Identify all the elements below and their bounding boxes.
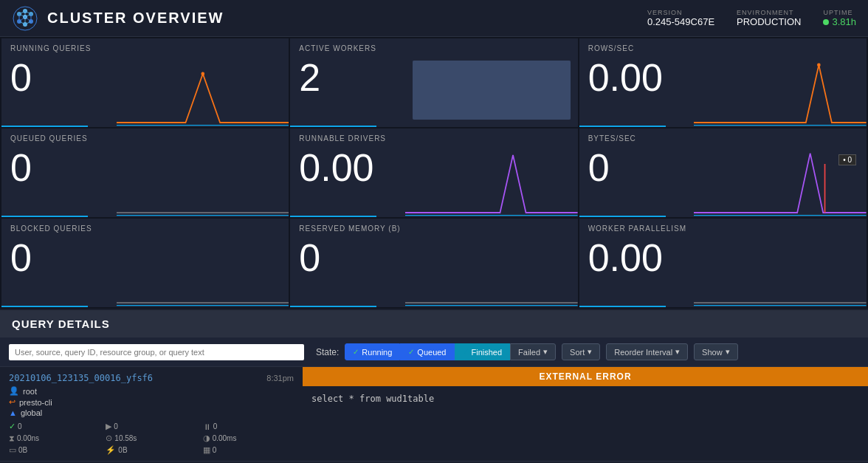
query-id[interactable]: 20210106_123135_00016_yfsf6 xyxy=(9,373,153,383)
output-icon: ⚡ xyxy=(106,445,116,455)
query-stats: ✓ 0 ▶ 0 ⏸ 0 ⧗ 0.00ns xyxy=(9,422,294,455)
scheduled-icon: ◑ xyxy=(203,433,210,443)
stat-cpu: ⧗ 0.00ns xyxy=(9,433,100,443)
header-meta: VERSION 0.245-549C67E ENVIRONMENT PRODUC… xyxy=(647,9,856,27)
query-user-row: 👤 root xyxy=(9,386,294,396)
environment-value: PRODUCTION xyxy=(737,16,801,27)
metric-blocked-queries-label: BLOCKED QUERIES xyxy=(10,224,280,233)
state-finished-btn[interactable]: ✓ Finished xyxy=(455,343,511,360)
metrics-grid: RUNNING QUERIES 0 ACTIVE WORKERS 2 ROWS/… xyxy=(0,37,868,309)
stat-output-val: 0B xyxy=(118,446,127,454)
version-value: 0.245-549C67E xyxy=(647,16,714,27)
metric-reserved-memory-label: RESERVED MEMORY (B) xyxy=(299,224,568,233)
state-queued-btn[interactable]: ✓ Queued xyxy=(400,343,454,360)
metric-rows-sec-chart xyxy=(694,56,867,127)
metric-running-queries-chart xyxy=(117,56,289,127)
svg-point-23 xyxy=(817,64,821,67)
version-info: VERSION 0.245-549C67E xyxy=(647,9,714,27)
resource-icon: ▲ xyxy=(9,408,17,417)
running-stat-icon: ▶ xyxy=(106,422,111,431)
metric-queued-queries: QUEUED QUERIES 0 xyxy=(1,128,289,217)
metric-active-workers: ACTIVE WORKERS 2 xyxy=(290,38,577,127)
stat-splits: ▦ 0 xyxy=(203,445,294,455)
metric-bytes-sec-label: BYTES/SEC xyxy=(588,134,858,143)
metric-running-queries: RUNNING QUERIES 0 xyxy=(1,38,289,127)
running-check: ✓ xyxy=(353,348,359,356)
show-dropdown[interactable]: Show ▾ xyxy=(694,343,738,360)
stat-elapsed: ⊙ 10.58s xyxy=(106,433,196,443)
stat-output: ⚡ 0B xyxy=(106,445,196,455)
sort-label: Sort xyxy=(570,348,585,357)
cpu-icon: ⧗ xyxy=(9,433,15,443)
metric-reserved-memory: RESERVED MEMORY (B) 0 xyxy=(290,219,577,307)
environment-label: ENVIRONMENT xyxy=(737,9,801,16)
stat-completed: ✓ 0 xyxy=(9,422,100,431)
environment-info: ENVIRONMENT PRODUCTION xyxy=(737,9,801,27)
metric-running-queries-label: RUNNING QUERIES xyxy=(10,44,280,52)
query-sql: select * from wud1table xyxy=(303,386,868,461)
query-source-row: ↩ presto-cli xyxy=(9,397,294,407)
stat-completed-val: 0 xyxy=(18,422,22,431)
running-label: Running xyxy=(362,348,392,357)
query-resource-row: ▲ global xyxy=(9,408,294,417)
metric-rows-sec: ROWS/SEC 0.00 xyxy=(579,38,867,127)
query-left-panel: 20210106_123135_00016_yfsf6 8:31pm 👤 roo… xyxy=(0,367,303,461)
reorder-arrow: ▾ xyxy=(675,347,680,357)
query-source: presto-cli xyxy=(19,398,52,407)
metric-blocked-queries: BLOCKED QUERIES 0 xyxy=(1,219,289,307)
metric-queued-queries-chart xyxy=(117,146,289,217)
stat-splits-val: 0 xyxy=(213,446,217,454)
stat-running: ▶ 0 xyxy=(106,422,196,431)
query-toolbar: State: ✓ Running ✓ Queued ✓ Finished Fai… xyxy=(0,337,868,367)
queued-check: ✓ xyxy=(408,348,414,356)
query-time: 8:31pm xyxy=(266,374,294,383)
stat-running-val: 0 xyxy=(114,422,118,431)
query-user: root xyxy=(23,387,37,396)
failed-dropdown-arrow: ▾ xyxy=(543,347,548,357)
sort-dropdown[interactable]: Sort ▾ xyxy=(562,343,600,360)
svg-point-21 xyxy=(201,72,204,76)
queued-label: Queued xyxy=(417,348,446,357)
finished-check: ✓ xyxy=(463,348,469,356)
metric-worker-parallelism: WORKER PARALLELISM 0.00 xyxy=(579,219,867,307)
show-arrow: ▾ xyxy=(726,347,730,357)
search-input[interactable] xyxy=(9,344,304,360)
metric-worker-parallelism-label: WORKER PARALLELISM xyxy=(588,224,858,233)
blocked-stat-icon: ⏸ xyxy=(203,422,211,431)
metric-bytes-sec: BYTES/SEC 0 • 0 xyxy=(579,128,867,217)
sort-arrow: ▾ xyxy=(588,347,592,357)
failed-label: Failed xyxy=(518,348,540,357)
stat-input: ▭ 0B xyxy=(9,445,100,455)
reorder-label: Reorder Interval xyxy=(614,348,672,357)
stat-scheduled: ◑ 0.00ms xyxy=(203,433,294,443)
show-label: Show xyxy=(702,348,723,357)
stat-scheduled-val: 0.00ms xyxy=(213,434,237,442)
elapsed-icon: ⊙ xyxy=(106,433,112,443)
query-right-panel: EXTERNAL ERROR select * from wud1table xyxy=(303,367,868,461)
logo-icon xyxy=(12,5,38,32)
metric-runnable-drivers-label: RUNNABLE DRIVERS xyxy=(299,134,568,143)
reorder-interval-dropdown[interactable]: Reorder Interval ▾ xyxy=(606,343,688,360)
stat-blocked-val: 0 xyxy=(213,422,218,431)
metric-reserved-memory-chart xyxy=(405,236,578,307)
state-failed-btn[interactable]: Failed ▾ xyxy=(510,343,556,360)
metric-worker-parallelism-chart xyxy=(694,236,867,307)
query-meta-row: 👤 root ↩ presto-cli ▲ global xyxy=(9,386,294,417)
state-label: State: xyxy=(316,347,339,357)
metric-active-workers-label: ACTIVE WORKERS xyxy=(299,44,568,52)
table-row[interactable]: 20210106_123135_00016_yfsf6 8:31pm 👤 roo… xyxy=(0,367,868,462)
bytes-badge: • 0 xyxy=(838,154,856,165)
metric-runnable-drivers: RUNNABLE DRIVERS 0.00 xyxy=(290,128,577,217)
state-filter-group: ✓ Running ✓ Queued ✓ Finished Failed ▾ xyxy=(345,343,556,360)
stat-cpu-val: 0.00ns xyxy=(17,434,39,442)
splits-icon: ▦ xyxy=(203,445,210,455)
active-workers-bar-inner xyxy=(413,61,571,120)
header: CLUSTER OVERVIEW VERSION 0.245-549C67E E… xyxy=(0,0,868,37)
source-icon: ↩ xyxy=(9,397,16,407)
query-error-banner: EXTERNAL ERROR xyxy=(303,367,868,386)
query-details-title: QUERY DETAILS xyxy=(0,310,868,337)
uptime-label: UPTIME xyxy=(823,9,856,16)
state-running-btn[interactable]: ✓ Running xyxy=(345,343,400,360)
query-list: 20210106_123135_00016_yfsf6 8:31pm 👤 roo… xyxy=(0,367,868,462)
uptime-value: 3.81h xyxy=(823,16,856,27)
